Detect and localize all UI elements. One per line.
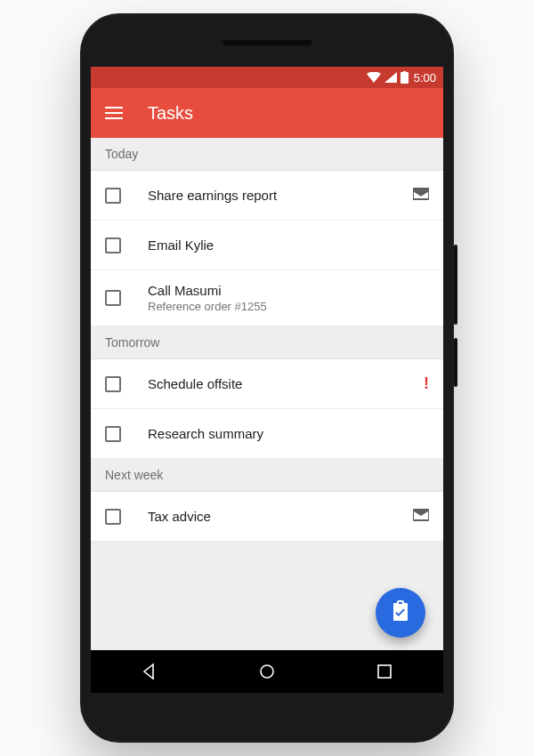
nav-home-button[interactable]	[240, 663, 294, 680]
list-item[interactable]: Call Masumi Reference order #1255	[91, 270, 443, 326]
section-header-tomorrow: Tomorrow	[91, 326, 443, 359]
task-list: Today Share earnings report Email Kylie	[91, 138, 443, 650]
wifi-icon	[367, 72, 381, 83]
task-text: Call Masumi Reference order #1255	[148, 283, 429, 313]
task-text: Research summary	[148, 426, 429, 441]
nav-back-button[interactable]	[123, 663, 176, 680]
menu-icon[interactable]	[105, 107, 123, 119]
task-text: Schedule offsite	[148, 376, 417, 391]
checkbox[interactable]	[105, 376, 121, 392]
list-item[interactable]: Schedule offsite !	[91, 359, 443, 409]
list-item[interactable]: Share earnings report	[91, 171, 443, 221]
screen: 5:00 Tasks Today Share earnings report	[91, 67, 443, 693]
list-item[interactable]: Research summary	[91, 409, 443, 459]
task-title: Tax advice	[148, 509, 406, 524]
mail-icon	[413, 188, 429, 204]
app-bar: Tasks	[91, 88, 443, 138]
task-title: Research summary	[148, 426, 429, 441]
power-button	[454, 338, 457, 387]
task-text: Tax advice	[148, 509, 406, 524]
fab-add-task[interactable]	[376, 588, 425, 638]
mail-icon	[413, 509, 429, 525]
task-text: Share earnings report	[148, 188, 406, 203]
battery-icon	[400, 71, 409, 84]
task-subtitle: Reference order #1255	[148, 300, 429, 313]
task-text: Email Kylie	[148, 237, 429, 253]
task-title: Share earnings report	[148, 188, 406, 203]
checkbox[interactable]	[105, 188, 121, 204]
status-time: 5:00	[414, 71, 436, 84]
checkbox[interactable]	[105, 237, 121, 253]
list-item[interactable]: Tax advice	[91, 492, 443, 542]
clipboard-check-icon	[391, 600, 410, 625]
task-title: Email Kylie	[148, 237, 429, 253]
svg-rect-1	[378, 665, 391, 678]
task-title: Call Masumi	[148, 283, 429, 298]
nav-recent-button[interactable]	[358, 664, 411, 680]
checkbox[interactable]	[105, 509, 121, 525]
cell-signal-icon	[384, 72, 397, 83]
section-header-today: Today	[91, 138, 443, 171]
checkbox[interactable]	[105, 290, 121, 306]
list-item[interactable]: Email Kylie	[91, 221, 443, 270]
svg-point-0	[261, 665, 273, 678]
status-bar: 5:00	[91, 67, 443, 88]
page-title: Tasks	[148, 103, 193, 124]
section-header-next-week: Next week	[91, 459, 443, 492]
device-frame: 5:00 Tasks Today Share earnings report	[80, 13, 454, 743]
volume-button	[454, 245, 457, 325]
checkbox[interactable]	[105, 426, 121, 442]
task-title: Schedule offsite	[148, 376, 417, 391]
system-nav-bar	[91, 650, 443, 693]
priority-icon: !	[424, 374, 429, 393]
